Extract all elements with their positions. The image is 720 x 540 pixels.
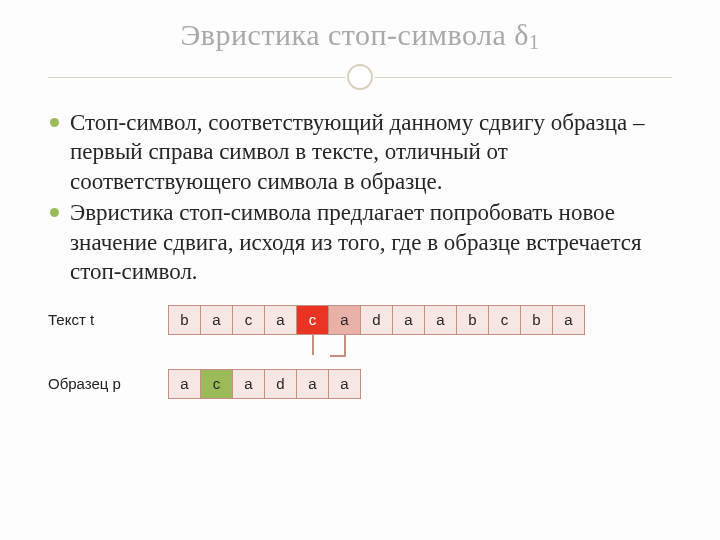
- cell: b: [456, 305, 489, 335]
- cell: c: [488, 305, 521, 335]
- cell: a: [328, 369, 361, 399]
- cell: a: [424, 305, 457, 335]
- cell: d: [360, 305, 393, 335]
- cell: c: [200, 369, 233, 399]
- title-subscript: 1: [529, 31, 540, 53]
- text-row-label: Текст t: [48, 311, 168, 328]
- pattern-row-label: Образец p: [48, 375, 168, 392]
- cell: b: [520, 305, 553, 335]
- cell: a: [552, 305, 585, 335]
- match-connectors: [168, 335, 672, 369]
- cell: c: [296, 305, 329, 335]
- cell: c: [232, 305, 265, 335]
- cell: d: [264, 369, 297, 399]
- title-ornament: [48, 64, 672, 90]
- bullet-item: Эвристика стоп-символа предлагает попроб…: [48, 198, 672, 286]
- cell: b: [168, 305, 201, 335]
- text-row: Текст t bacacadaabcba: [48, 305, 672, 335]
- pattern-cells: acadaa: [168, 369, 361, 399]
- cell: a: [392, 305, 425, 335]
- cell: a: [328, 305, 361, 335]
- text-cells: bacacadaabcba: [168, 305, 585, 335]
- cell: a: [296, 369, 329, 399]
- cell: a: [232, 369, 265, 399]
- bullet-list: Стоп-символ, соответствующий данному сдв…: [48, 108, 672, 287]
- title-main: Эвристика стоп-символа δ: [181, 18, 529, 51]
- cell: a: [264, 305, 297, 335]
- cell: a: [200, 305, 233, 335]
- slide-title: Эвристика стоп-символа δ1: [48, 18, 672, 54]
- pattern-row: Образец p acadaa: [48, 369, 672, 399]
- bullet-item: Стоп-символ, соответствующий данному сдв…: [48, 108, 672, 196]
- cell: a: [168, 369, 201, 399]
